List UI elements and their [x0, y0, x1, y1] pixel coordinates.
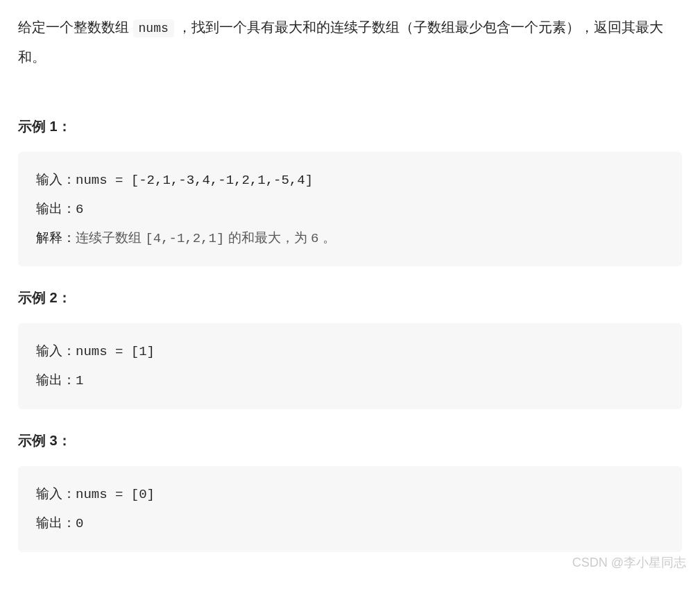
example-2-block: 输入：nums = [1] 输出：1 — [18, 323, 682, 409]
example-3-output-line: 输出：0 — [36, 509, 664, 538]
output-label: 输出： — [36, 201, 76, 216]
explain-mid: 的和最大，为 — [224, 230, 311, 245]
explain-code: [4,-1,2,1] — [145, 231, 224, 246]
watermark-text: CSDN @李小星同志 — [572, 551, 686, 574]
example-2-input-line: 输入：nums = [1] — [36, 337, 664, 366]
example-2-output-line: 输出：1 — [36, 366, 664, 395]
explain-label: 解释： — [36, 230, 76, 245]
description-prefix: 给定一个整数数组 — [18, 19, 133, 35]
example-3-output-value: 0 — [76, 516, 83, 531]
explain-value: 6 — [311, 231, 318, 246]
inline-code-nums: nums — [133, 19, 174, 37]
output-label: 输出： — [36, 372, 76, 387]
output-label: 输出： — [36, 515, 76, 530]
example-1-output-line: 输出：6 — [36, 195, 664, 224]
example-1-input-line: 输入：nums = [-2,1,-3,4,-1,2,1,-5,4] — [36, 166, 664, 195]
input-label: 输入： — [36, 486, 76, 501]
example-1-input-value: nums = [-2,1,-3,4,-1,2,1,-5,4] — [76, 173, 313, 188]
example-1-explain-line: 解释：连续子数组 [4,-1,2,1] 的和最大，为 6 。 — [36, 224, 664, 253]
example-2-heading: 示例 2： — [18, 284, 682, 311]
example-1-output-value: 6 — [76, 202, 83, 217]
explain-prefix: 连续子数组 — [76, 230, 145, 245]
input-label: 输入： — [36, 172, 76, 187]
example-3-block: 输入：nums = [0] 输出：0 — [18, 466, 682, 552]
problem-description: 给定一个整数数组 nums ，找到一个具有最大和的连续子数组（子数组最少包含一个… — [18, 12, 682, 71]
explain-suffix: 。 — [318, 230, 335, 245]
example-1-heading: 示例 1： — [18, 113, 682, 139]
example-2-output-value: 1 — [76, 373, 83, 388]
example-1-block: 输入：nums = [-2,1,-3,4,-1,2,1,-5,4] 输出：6 解… — [18, 152, 682, 267]
example-3-input-value: nums = [0] — [76, 487, 155, 502]
example-2-input-value: nums = [1] — [76, 344, 155, 359]
example-3-input-line: 输入：nums = [0] — [36, 480, 664, 509]
example-3-heading: 示例 3： — [18, 427, 682, 454]
input-label: 输入： — [36, 343, 76, 358]
